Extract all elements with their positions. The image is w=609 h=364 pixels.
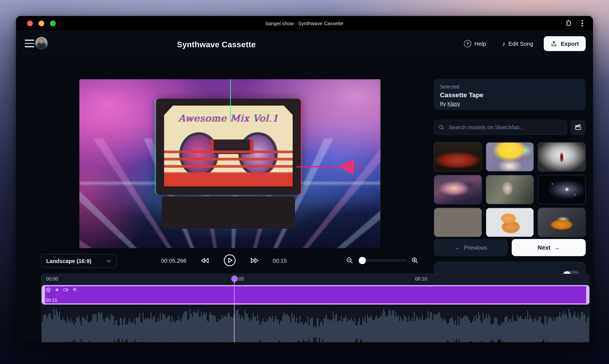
audio-waveform[interactable] bbox=[42, 308, 589, 342]
video-preview[interactable]: Awesome Mix Vol.1 bbox=[79, 79, 380, 248]
aspect-ratio-value: Landscape (16:9) bbox=[46, 258, 91, 264]
help-icon: ? bbox=[464, 40, 471, 47]
ruler-mark-0: 00:00 bbox=[46, 276, 58, 282]
model-thumbnail-figure-in-storm-clouds[interactable] bbox=[434, 175, 482, 204]
next-label: Next bbox=[538, 244, 550, 251]
arrow-right-icon: → bbox=[554, 244, 560, 251]
ruler-tick bbox=[412, 274, 412, 284]
timeline-zoom-controls bbox=[345, 254, 420, 267]
export-label: Export bbox=[561, 40, 579, 47]
browser-menu-icon[interactable] bbox=[579, 19, 586, 27]
timeline[interactable]: 00:00 00:05 00:10 00:15 bbox=[41, 274, 590, 342]
video-clip[interactable]: 00:15 bbox=[42, 285, 590, 305]
spiral-icon bbox=[54, 287, 60, 293]
model-thumbnail-red-sports-car[interactable] bbox=[434, 142, 482, 171]
transport-controls: 00:05.266 00:15 bbox=[161, 252, 287, 268]
playhead-line bbox=[234, 279, 235, 342]
chevron-down-icon bbox=[106, 258, 112, 264]
zoom-out-icon[interactable] bbox=[345, 255, 355, 265]
music-note-icon: ♪ bbox=[502, 40, 505, 47]
next-page-button[interactable]: Next → bbox=[512, 239, 586, 256]
film-grain-overlay bbox=[79, 79, 380, 248]
clapperboard-icon bbox=[574, 123, 582, 131]
model-grid bbox=[434, 142, 586, 237]
sparkles-icon bbox=[72, 287, 77, 293]
selected-model-author: By Klasy bbox=[440, 101, 580, 107]
search-row bbox=[434, 120, 586, 135]
zoom-in-icon[interactable] bbox=[410, 255, 420, 265]
clip-icons bbox=[45, 287, 77, 293]
video-clip-body bbox=[45, 286, 586, 303]
export-upload-icon bbox=[551, 40, 557, 47]
search-box bbox=[434, 120, 567, 135]
my-renders-button[interactable] bbox=[570, 120, 586, 135]
current-time: 00:05.266 bbox=[161, 257, 186, 264]
rewind-button[interactable] bbox=[200, 255, 209, 265]
author-link[interactable]: Klasy bbox=[447, 101, 460, 107]
app-header: Synthwave Cassette ? Help ♪ Edit Song Ex… bbox=[16, 30, 593, 58]
ruler-tick bbox=[229, 274, 229, 284]
search-icon bbox=[438, 124, 445, 130]
model-thumbnail-skull[interactable] bbox=[486, 175, 534, 204]
model-thumbnail-red-haired-warrior[interactable] bbox=[538, 142, 586, 171]
timeline-ruler[interactable]: 00:00 00:05 00:10 bbox=[42, 274, 589, 285]
window-titlebar: banger.show - Synthwave Cassette bbox=[16, 16, 593, 30]
edit-song-label: Edit Song bbox=[509, 40, 533, 47]
search-input[interactable] bbox=[448, 124, 562, 131]
fast-forward-button[interactable] bbox=[249, 255, 260, 265]
export-button[interactable]: Export bbox=[544, 36, 586, 51]
page-title: Synthwave Cassette bbox=[16, 40, 417, 49]
model-thumbnail-abandoned-city[interactable] bbox=[434, 208, 482, 237]
zoom-slider-knob[interactable] bbox=[359, 257, 366, 264]
timeline-section: 00:00 00:05 00:10 00:15 bbox=[16, 274, 593, 342]
extensions-puzzle-icon[interactable] bbox=[564, 19, 572, 27]
cube-icon bbox=[45, 287, 51, 293]
clip-duration: 00:15 bbox=[46, 298, 57, 303]
model-thumbnail-shiba-dog[interactable] bbox=[486, 208, 534, 237]
previous-page-button[interactable]: ← Previous bbox=[434, 239, 508, 256]
arrow-left-icon: ← bbox=[455, 244, 461, 251]
aspect-ratio-select[interactable]: Landscape (16:9) bbox=[41, 254, 117, 268]
model-thumbnail-anime-girl[interactable] bbox=[486, 142, 534, 171]
model-thumbnail-cartoon-toy-car[interactable] bbox=[538, 208, 586, 237]
model-thumbnail-spiral-galaxy[interactable] bbox=[538, 175, 586, 204]
play-button[interactable] bbox=[223, 253, 236, 267]
selected-model-name: Cassette Tape bbox=[440, 91, 580, 99]
selected-model-card: Selected Cassette Tape By Klasy bbox=[434, 79, 586, 110]
help-label: Help bbox=[474, 40, 486, 47]
total-duration: 00:15 bbox=[273, 257, 287, 264]
edit-song-button[interactable]: ♪ Edit Song bbox=[497, 37, 539, 51]
zoom-slider[interactable] bbox=[359, 259, 406, 262]
help-button[interactable]: ? Help bbox=[459, 36, 491, 51]
video-camera-icon bbox=[63, 287, 69, 293]
selected-label: Selected bbox=[440, 84, 580, 90]
window-title: banger.show - Synthwave Cassette bbox=[16, 20, 593, 26]
previous-label: Previous bbox=[464, 244, 487, 251]
app-window: banger.show - Synthwave Cassette Synthwa… bbox=[16, 16, 593, 342]
ruler-mark-2: 00:10 bbox=[415, 276, 427, 282]
by-prefix: By bbox=[440, 101, 447, 107]
pagination: ← Previous Next → bbox=[434, 239, 586, 256]
